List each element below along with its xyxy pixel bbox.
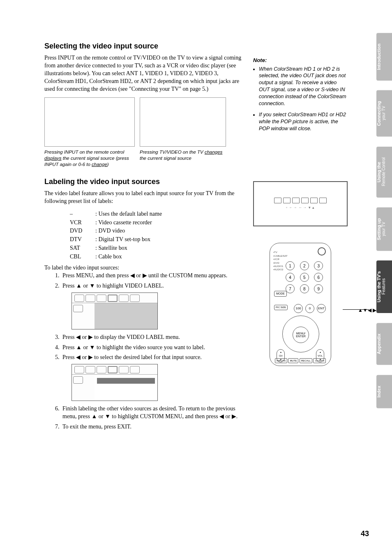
- tab-settingup: Setting upyour TV: [376, 207, 392, 251]
- remote-illustration: •TV •CABLE/SAT •VCR •DVD •AUDIO1 •AUDIO2…: [253, 243, 348, 366]
- preset-label-table: –: Uses the default label name VCR: Vide…: [69, 210, 163, 262]
- caption-remote-input: Pressing INPUT on the remote control dis…: [44, 149, 135, 168]
- illustration-remote-input: [44, 97, 135, 147]
- step-7: To exit the menu, press EXIT.: [61, 423, 242, 431]
- tab-appendix: Appendix: [376, 323, 392, 365]
- body-label-intro: The video label feature allows you to la…: [44, 190, 242, 205]
- step-5: Press ◀ or ▶ to select the desired label…: [61, 354, 242, 401]
- body-select-source: Press INPUT on the remote control or TV/…: [44, 54, 242, 93]
- steps-list: Press MENU, and then press ◀ or ▶ until …: [61, 272, 242, 431]
- heading-select-source: Selecting the video input source: [44, 41, 242, 51]
- side-chapter-tabs: Introduction Connectingyour TV Using the…: [376, 33, 392, 408]
- tab-introduction: Introduction: [376, 33, 392, 81]
- remote-mute-button: MUTE: [288, 358, 298, 363]
- heading-label-sources: Labeling the video input sources: [44, 177, 242, 187]
- note-item: When ColorStream HD 1 or HD 2 is selecte…: [259, 66, 348, 107]
- osd-menu-custom: [71, 292, 158, 329]
- tv-front-illustration: ◦ ←→ ←→ ▾ ▴: [253, 181, 348, 226]
- power-button-icon: [318, 247, 326, 256]
- tab-remote: Using theRemote Control: [376, 147, 392, 198]
- remote-inputs-button: INPUTS: [275, 358, 287, 363]
- note-heading: Note:: [253, 57, 348, 64]
- page-number: 43: [361, 529, 369, 539]
- illustration-tvvideo: [140, 97, 226, 147]
- remote-recall-button: RECALL: [300, 358, 312, 363]
- remote-ent-button: ENT: [317, 304, 326, 313]
- step-1: Press MENU, and then press ◀ or ▶ until …: [61, 272, 242, 280]
- caption-tvvideo: Pressing TV/VIDEO on the TV changes the …: [140, 149, 226, 168]
- tab-connecting: Connectingyour TV: [376, 90, 392, 137]
- remote-chrtn-button: CH RTN: [313, 358, 326, 363]
- note-item: If you select ColorStream HD1 or HD2 whi…: [259, 111, 348, 132]
- step-2: Press ▲ or ▼ to highlight VIDEO LABEL.: [61, 282, 242, 329]
- note-block: Note: When ColorStream HD 1 or HD 2 is s…: [253, 57, 348, 132]
- lead-to-label: To label the video input sources:: [44, 264, 242, 272]
- remote-picsize-button: PIC SIZE: [274, 305, 288, 310]
- step-3: Press ◀ or ▶ to display the VIDEO LABEL …: [61, 334, 242, 341]
- step-6: Finish labeling the other video sources …: [61, 405, 242, 421]
- dpad-callout-label: ▲▼◀ ▶: [358, 307, 376, 313]
- remote-100-button: 100: [294, 304, 303, 313]
- tab-features: Using the TV'sFeatures: [376, 260, 392, 313]
- step-4: Press ▲ or ▼ to highlight the video sour…: [61, 344, 242, 352]
- remote-mode-button: MODE: [274, 291, 287, 296]
- osd-menu-video-label: [71, 364, 158, 401]
- tab-index: Index: [376, 375, 392, 408]
- remote-numpad: 123 456 789: [286, 261, 326, 293]
